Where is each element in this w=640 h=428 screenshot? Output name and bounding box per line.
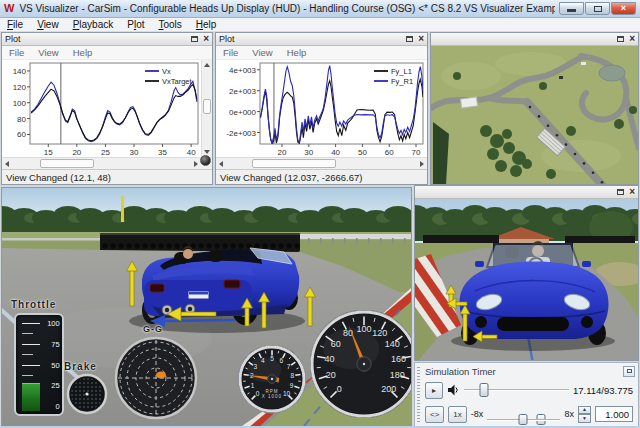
menu-item-help[interactable]: Help: [189, 19, 224, 30]
close-icon[interactable]: ×: [418, 34, 424, 44]
front-3d-scene[interactable]: [415, 199, 638, 360]
speed-min-label: -8x: [471, 409, 484, 419]
maximize-button[interactable]: [585, 2, 610, 15]
scroll-up-icon[interactable]: [204, 63, 210, 67]
simulation-timer-panel: Simulation Timer ▸ 17.114/93.775 <> 1x -…: [414, 362, 639, 427]
plot-left-menu: FileViewHelp: [2, 46, 212, 60]
throttle-tick-label: 100: [47, 318, 60, 327]
svg-text:9: 9: [290, 382, 294, 389]
maximize-icon[interactable]: [191, 36, 198, 42]
plot-left-titlebar[interactable]: Plot ×: [2, 33, 212, 46]
speed-spinner[interactable]: ▲ ▼: [578, 406, 591, 423]
fy-chart[interactable]: 4e+0032e+0030e+000-2e+003203040506070Fy_…: [216, 60, 427, 157]
svg-text:0e+000: 0e+000: [229, 108, 256, 117]
svg-text:60: 60: [385, 148, 394, 157]
time-slider[interactable]: [464, 383, 569, 397]
menu-item-plot[interactable]: Plot: [120, 19, 151, 30]
throttle-fill-bar: [22, 383, 40, 411]
horizontal-scrollbar[interactable]: [2, 157, 212, 169]
svg-text:0: 0: [256, 390, 260, 397]
panel-detach-button[interactable]: [623, 366, 635, 377]
svg-text:20: 20: [326, 370, 336, 380]
plot-window-left: Plot × FileViewHelp 14012010080601520253…: [1, 32, 213, 185]
vs-visualizer-window: W VS Visualizer - CarSim - Configurable …: [0, 0, 640, 428]
scroll-right-icon[interactable]: [194, 161, 198, 167]
speed-multiplier-input[interactable]: [595, 406, 633, 422]
vertical-scrollbar[interactable]: [201, 60, 212, 157]
play-button[interactable]: ▸: [425, 382, 443, 399]
time-slider-thumb[interactable]: [479, 383, 488, 397]
aerial-3d-scene[interactable]: [431, 46, 638, 184]
plot-middle-chart-area[interactable]: 4e+0032e+0030e+000-2e+003203040506070Fy_…: [216, 60, 427, 157]
menu-item-view[interactable]: View: [30, 19, 66, 30]
minimize-button[interactable]: [559, 2, 584, 15]
close-icon[interactable]: ×: [629, 187, 635, 197]
front-view-titlebar[interactable]: ×: [415, 186, 638, 199]
app-logo-icon: W: [4, 3, 14, 14]
svg-text:60: 60: [17, 130, 26, 139]
svg-text:1: 1: [251, 382, 255, 389]
vscroll-thumb[interactable]: [203, 99, 211, 114]
title-bar[interactable]: W VS Visualizer - CarSim - Configurable …: [0, 0, 640, 18]
maximize-icon[interactable]: [406, 36, 413, 42]
spinner-down-icon[interactable]: ▼: [578, 414, 591, 423]
svg-text:40: 40: [324, 354, 334, 364]
svg-text:40: 40: [331, 148, 340, 157]
panel-grip[interactable]: [417, 367, 420, 422]
plot-left-status: View Changed (12.1, 48): [2, 169, 212, 184]
svg-text:160: 160: [391, 354, 406, 364]
menu-item-file[interactable]: File: [0, 19, 30, 30]
spinner-up-icon[interactable]: ▲: [578, 406, 591, 415]
menu-item-file[interactable]: File: [2, 47, 31, 58]
maximize-icon[interactable]: [617, 189, 624, 195]
maximize-icon: [594, 6, 602, 12]
horizontal-scrollbar[interactable]: [216, 157, 427, 169]
vx-chart[interactable]: 1401201008060152025303540VxVxTarget: [2, 60, 201, 157]
menu-bar: FileViewPlaybackPlotToolsHelp: [0, 18, 640, 32]
throttle-label: Throttle: [11, 299, 56, 310]
menu-item-help[interactable]: Help: [66, 47, 100, 58]
plot-left-chart-area[interactable]: 1401201008060152025303540VxVxTarget: [2, 60, 212, 157]
aerial-titlebar[interactable]: ×: [431, 33, 638, 46]
main-3d-scene[interactable]: Throttle 1007550250 Brake G-G 0123456789…: [2, 188, 411, 426]
plot-middle-menu: FileViewHelp: [216, 46, 427, 60]
fine-speed-slider-thumb[interactable]: [519, 414, 528, 425]
menu-item-view[interactable]: View: [245, 47, 279, 58]
throttle-tick-label: 0: [56, 402, 60, 411]
hscroll-thumb[interactable]: [40, 159, 94, 168]
svg-text:60: 60: [331, 339, 341, 349]
svg-text:0: 0: [337, 384, 342, 394]
scroll-left-icon[interactable]: [219, 161, 223, 167]
menu-item-file[interactable]: File: [216, 47, 245, 58]
svg-text:40: 40: [187, 148, 196, 157]
svg-text:Fy_L1: Fy_L1: [391, 67, 412, 76]
close-icon[interactable]: ×: [629, 34, 635, 44]
maximize-icon[interactable]: [617, 36, 624, 42]
close-icon[interactable]: ×: [203, 34, 209, 44]
brake-gauge: [66, 373, 108, 415]
svg-text:20: 20: [72, 148, 81, 157]
speaker-icon[interactable]: [447, 384, 460, 396]
menu-item-tools[interactable]: Tools: [151, 19, 188, 30]
front-view-window: ×: [414, 185, 639, 361]
svg-text:4: 4: [261, 357, 265, 364]
scroll-right-icon[interactable]: [420, 161, 424, 167]
plot-middle-titlebar[interactable]: Plot ×: [216, 33, 427, 46]
scroll-down-icon[interactable]: [204, 150, 210, 154]
reset-speed-button[interactable]: 1x: [448, 406, 466, 423]
zoom-knob[interactable]: [200, 155, 211, 166]
svg-text:180: 180: [390, 370, 405, 380]
loop-button[interactable]: <>: [425, 406, 444, 423]
svg-text:140: 140: [13, 67, 27, 76]
close-button[interactable]: ×: [611, 2, 636, 15]
plot-window-middle: Plot × FileViewHelp 4e+0032e+0030e+000-2…: [215, 32, 428, 185]
timer-title: Simulation Timer: [425, 366, 623, 377]
scroll-left-icon[interactable]: [5, 161, 9, 167]
svg-text:80: 80: [17, 115, 26, 124]
hscroll-thumb[interactable]: [252, 159, 336, 168]
menu-item-view[interactable]: View: [31, 47, 65, 58]
svg-text:70: 70: [412, 148, 421, 157]
svg-text:120: 120: [372, 328, 387, 338]
menu-item-help[interactable]: Help: [280, 47, 314, 58]
menu-item-playback[interactable]: Playback: [66, 19, 121, 30]
